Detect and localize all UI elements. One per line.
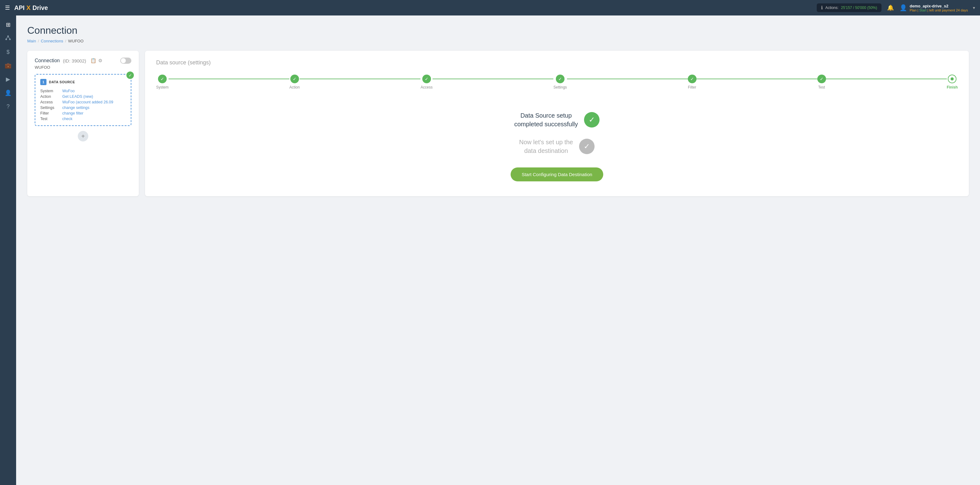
briefcase-icon: 💼 (5, 62, 11, 69)
grid-icon: ⊞ (6, 21, 11, 28)
step-system: ✓ System (156, 74, 169, 89)
row-label-access: Access (40, 100, 60, 104)
datasource-row-test: Test check (40, 117, 126, 121)
breadcrumb-sep-2: / (65, 39, 66, 43)
step-test: ✓ Test (817, 74, 826, 89)
step-circle-filter: ✓ (688, 74, 697, 83)
step-settings: ✓ Settings (554, 74, 567, 89)
plan-value: Start (919, 8, 926, 12)
step-access: ✓ Access (420, 74, 433, 89)
row-value-settings[interactable]: change settings (62, 106, 89, 110)
user-icon: 👤 (5, 89, 11, 96)
sidebar-item-dashboard[interactable]: ⊞ (2, 19, 14, 31)
datasource-number: 1 (40, 79, 46, 85)
svg-line-3 (6, 37, 8, 38)
content-area: Connection Main / Connections / WUFOO Co… (16, 16, 980, 485)
navbar: ☰ APIXDrive ℹ Actions: 25'157 / 50'000 (… (0, 0, 980, 16)
step-label-access: Access (420, 85, 433, 89)
progress-steps-container: ✓ System ✓ Action ✓ Acce (156, 74, 958, 89)
row-label-action: Action (40, 94, 60, 99)
row-value-access[interactable]: WuFoo (account added 26.09 (62, 100, 113, 104)
user-name: demo_apix-drive_s2 (910, 4, 968, 8)
plan-label: Plan | (910, 8, 918, 12)
sidebar: ⊞ $ 💼 ▶ 👤 ? (0, 16, 16, 485)
step-circle-access: ✓ (422, 74, 431, 83)
copy-icon[interactable]: 📋 (91, 58, 96, 63)
step-circle-test: ✓ (817, 74, 826, 83)
user-menu[interactable]: 👤 demo_apix-drive_s2 Plan | Start | left… (899, 4, 975, 12)
step-circle-settings: ✓ (556, 74, 565, 83)
success-section: Data Source setupcompleted successfully … (156, 105, 958, 187)
success-row-1: Data Source setupcompleted successfully … (514, 111, 600, 128)
step-label-settings: Settings (554, 85, 567, 89)
start-configuring-button[interactable]: Start Configuring Data Destination (511, 168, 603, 181)
datasource-row-settings: Settings change settings (40, 106, 126, 110)
connection-name: WUFOO (35, 65, 131, 70)
sidebar-item-help[interactable]: ? (2, 100, 14, 113)
chevron-down-icon: ▾ (973, 5, 975, 10)
sidebar-item-profile[interactable]: 👤 (2, 87, 14, 99)
datasource-label: DATA SOURCE (49, 80, 75, 84)
right-panel: Data source (settings) ✓ System (145, 51, 969, 196)
step-label-action: Action (290, 85, 300, 89)
datasource-row-action: Action Get LEADS (new) (40, 94, 126, 99)
play-icon: ▶ (6, 76, 10, 82)
step-finish: Finish (947, 74, 958, 89)
hamburger-menu[interactable]: ☰ (5, 4, 10, 11)
datasource-header: 1 DATA SOURCE (40, 79, 126, 85)
step-circle-system: ✓ (158, 74, 167, 83)
payment-text: | left until payment (928, 8, 955, 12)
panel-title: Connection (ID: 39002) 📋 ⚙ (35, 57, 131, 64)
svg-point-1 (6, 38, 7, 40)
progress-steps-row: ✓ System ✓ Action ✓ Acce (156, 74, 958, 89)
settings-icon[interactable]: ⚙ (98, 58, 102, 63)
step-line-6 (826, 79, 947, 79)
datasource-card: ✓ 1 DATA SOURCE System WuFoo Action Get … (35, 74, 131, 126)
step-circle-finish (948, 74, 956, 83)
step-action: ✓ Action (290, 74, 300, 89)
actions-progress: 25'157 / 50'000 (50%) (841, 6, 877, 10)
step-line-2 (300, 79, 420, 79)
row-value-test[interactable]: check (62, 117, 73, 121)
dollar-icon: $ (6, 49, 10, 55)
panel-title-id: (ID: 39002) (63, 58, 86, 63)
bell-icon[interactable]: 🔔 (887, 4, 894, 11)
row-value-filter[interactable]: change filter (62, 111, 83, 116)
step-filter: ✓ Filter (688, 74, 697, 89)
panel-title-text: Connection (35, 58, 60, 63)
breadcrumb-sep-1: / (38, 39, 39, 43)
add-datasource-button[interactable]: + (78, 131, 88, 141)
step-label-test: Test (818, 85, 825, 89)
success-next-text: Now let's set up thedata destination (519, 138, 573, 155)
logo-x: X (26, 4, 30, 11)
row-label-test: Test (40, 117, 60, 121)
step-label-filter: Filter (688, 85, 696, 89)
row-value-system[interactable]: WuFoo (62, 89, 75, 93)
row-label-system: System (40, 89, 60, 93)
help-icon: ? (6, 103, 10, 110)
user-plan: Plan | Start | left until payment 24 day… (910, 8, 968, 12)
page-title: Connection (27, 25, 969, 36)
sidebar-item-media[interactable]: ▶ (2, 73, 14, 86)
breadcrumb-main[interactable]: Main (27, 39, 36, 43)
success-check-icon-gray: ✓ (579, 139, 595, 154)
success-check-icon-green: ✓ (584, 112, 600, 127)
actions-label: Actions: (826, 6, 839, 10)
logo-api: API (14, 4, 24, 11)
actions-box: ℹ Actions: 25'157 / 50'000 (50%) (817, 3, 881, 12)
step-line-1 (169, 79, 290, 79)
sidebar-item-billing[interactable]: $ (2, 46, 14, 58)
logo: APIXDrive (14, 4, 48, 11)
sidebar-item-projects[interactable]: 💼 (2, 59, 14, 72)
svg-point-2 (9, 38, 11, 40)
step-line-3 (433, 79, 554, 79)
main-layout: ⊞ $ 💼 ▶ 👤 ? (0, 16, 980, 485)
breadcrumb-current: WUFOO (68, 39, 84, 43)
sidebar-item-connections[interactable] (2, 32, 14, 44)
breadcrumb: Main / Connections / WUFOO (27, 39, 969, 43)
row-value-action[interactable]: Get LEADS (new) (62, 94, 93, 99)
breadcrumb-connections[interactable]: Connections (41, 39, 63, 43)
datasource-row-system: System WuFoo (40, 89, 126, 93)
connection-toggle[interactable] (120, 57, 131, 64)
panel-title-icons: 📋 ⚙ (91, 58, 102, 63)
